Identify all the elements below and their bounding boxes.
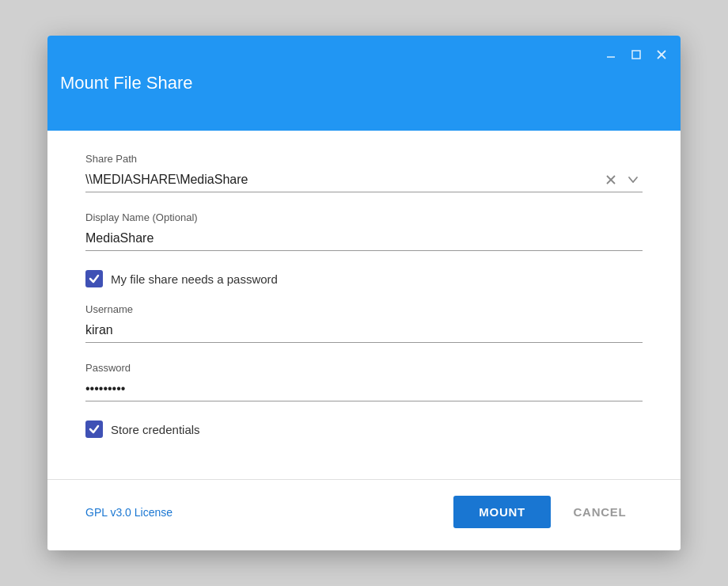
- footer-buttons: MOUNT CANCEL: [453, 496, 643, 528]
- username-group: Username: [85, 303, 643, 343]
- display-name-input[interactable]: [85, 226, 643, 251]
- title-bar-controls: [601, 45, 671, 64]
- display-name-group: Display Name (Optional): [85, 211, 643, 251]
- store-credentials-checkbox-label: Store credentials: [111, 423, 200, 436]
- close-button[interactable]: [652, 45, 671, 64]
- share-path-group: Share Path: [85, 153, 643, 192]
- password-checkbox-row[interactable]: My file share needs a password: [85, 270, 643, 287]
- store-credentials-checkbox[interactable]: [85, 420, 103, 438]
- username-label: Username: [85, 303, 643, 315]
- mount-button[interactable]: MOUNT: [453, 496, 551, 528]
- dialog-mount-file-share: Mount File Share Share Path: [47, 36, 681, 550]
- dialog-title: Mount File Share: [60, 73, 193, 93]
- password-input[interactable]: [85, 377, 643, 401]
- password-label: Password: [85, 362, 643, 374]
- password-group: Password: [85, 362, 643, 401]
- svg-rect-1: [632, 51, 640, 59]
- maximize-button[interactable]: [627, 45, 646, 64]
- share-path-input[interactable]: [85, 168, 601, 192]
- share-path-input-wrapper: [85, 168, 643, 192]
- share-path-label: Share Path: [85, 153, 643, 165]
- cancel-button[interactable]: CANCEL: [557, 496, 643, 528]
- dialog-body: Share Path Display Name (Optional): [47, 131, 681, 479]
- username-input[interactable]: [85, 318, 643, 343]
- store-credentials-checkbox-row[interactable]: Store credentials: [85, 420, 643, 438]
- dialog-footer: GPL v3.0 License MOUNT CANCEL: [47, 480, 681, 550]
- gpl-license-link[interactable]: GPL v3.0 License: [85, 506, 173, 519]
- share-path-icons: [601, 172, 643, 188]
- display-name-label: Display Name (Optional): [85, 211, 643, 223]
- password-checkbox[interactable]: [85, 270, 103, 287]
- dropdown-share-path-button[interactable]: [624, 172, 643, 188]
- password-checkbox-label: My file share needs a password: [111, 272, 278, 286]
- title-bar: Mount File Share: [47, 36, 681, 131]
- clear-share-path-button[interactable]: [601, 172, 620, 188]
- minimize-button[interactable]: [601, 45, 620, 64]
